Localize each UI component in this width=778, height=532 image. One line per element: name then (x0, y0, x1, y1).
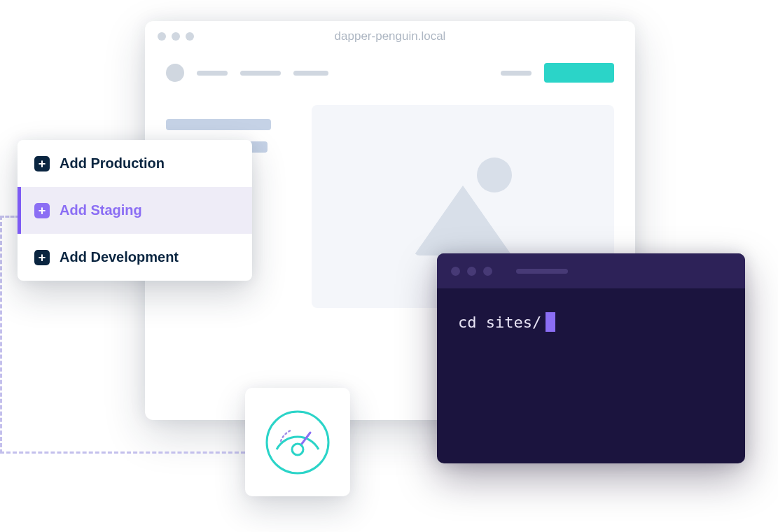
browser-titlebar: dapper-penguin.local (145, 21, 635, 52)
dropdown-item-staging[interactable]: Add Staging (18, 187, 252, 234)
dropdown-item-development[interactable]: Add Development (18, 234, 252, 281)
nav-item-placeholder[interactable] (293, 71, 328, 76)
terminal-titlebar (437, 253, 745, 288)
window-dot-icon (451, 267, 460, 276)
avatar-placeholder[interactable] (166, 64, 184, 82)
svg-point-2 (292, 444, 303, 455)
address-bar-url[interactable]: dapper-penguin.local (335, 29, 446, 43)
environment-dropdown: Add Production Add Staging Add Developme… (18, 140, 252, 281)
window-dot-icon (158, 32, 166, 41)
window-dot-icon (186, 32, 194, 41)
dropdown-item-label: Add Staging (60, 202, 142, 218)
plus-icon (34, 250, 50, 265)
text-line-placeholder (166, 119, 271, 130)
dropdown-item-label: Add Development (60, 249, 179, 265)
svg-point-0 (267, 412, 328, 473)
nav-item-placeholder[interactable] (240, 71, 281, 76)
app-toolbar (145, 52, 635, 98)
plus-icon (34, 156, 50, 172)
image-placeholder-icon (407, 158, 519, 255)
dropdown-item-label: Add Production (60, 155, 165, 172)
terminal-window[interactable]: cd sites/ (437, 253, 745, 463)
cursor-icon (546, 312, 555, 332)
nav-item-placeholder[interactable] (197, 71, 228, 76)
window-dot-icon (467, 267, 476, 276)
nav-item-placeholder[interactable] (501, 71, 532, 76)
window-dot-icon (172, 32, 180, 41)
performance-gauge-card[interactable] (245, 388, 350, 496)
dropdown-item-production[interactable]: Add Production (18, 140, 252, 187)
plus-icon (34, 203, 50, 218)
gauge-icon (263, 407, 333, 477)
terminal-body[interactable]: cd sites/ (437, 288, 745, 356)
terminal-title-placeholder (516, 269, 568, 274)
terminal-command: cd sites/ (458, 314, 541, 331)
window-dot-icon (483, 267, 492, 276)
primary-cta-button[interactable] (544, 63, 614, 83)
window-controls[interactable] (158, 32, 194, 41)
